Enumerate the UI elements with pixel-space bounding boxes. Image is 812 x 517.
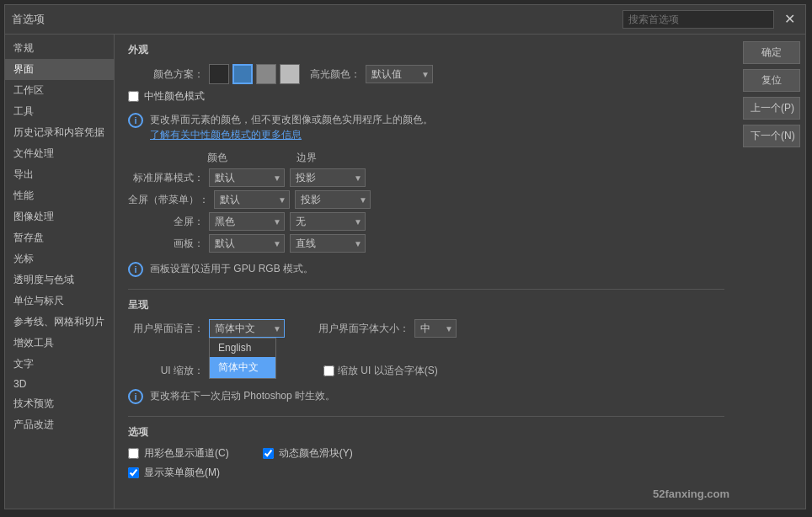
dynamic-slider-label: 动态颜色滑块(Y) — [279, 446, 353, 461]
watermark: 52fanxing.com — [653, 488, 729, 500]
dynamic-slider-checkbox[interactable] — [263, 448, 274, 459]
ui-lang-label: 用户界面语言： — [128, 322, 204, 336]
neutral-info-content: 更改界面元素的颜色，但不更改图像或颜色实用程序上的颜色。 了解有关中性颜色模式的… — [150, 112, 433, 142]
standard-screen-row: 标准屏幕模式： 默认 ▼ 投影 ▼ — [128, 168, 724, 187]
sidebar-item[interactable]: 光标 — [5, 248, 114, 269]
color-channels-label: 用彩色显示通道(C) — [144, 446, 229, 461]
presentation-header: 呈现 — [128, 298, 724, 312]
show-menu-checkbox[interactable] — [128, 467, 139, 478]
highlight-color-select-wrap: 默认值 ▼ — [366, 65, 433, 83]
fullscreen-border-select[interactable]: 无 — [290, 212, 366, 231]
ui-scale-label: UI 缩放： — [128, 364, 204, 378]
fullscreen-label: 全屏： — [128, 215, 204, 229]
sidebar-item[interactable]: 产品改进 — [5, 414, 114, 435]
neutral-color-row: 中性颜色模式 — [128, 89, 724, 104]
sidebar-item[interactable]: 增效工具 — [5, 333, 114, 354]
dynamic-slider-row: 动态颜色滑块(Y) — [263, 446, 353, 461]
fullscreen-menu-row: 全屏（带菜单）： 默认 ▼ 投影 ▼ — [128, 190, 724, 209]
next-button[interactable]: 下一个(N) — [743, 125, 800, 147]
sidebar-item[interactable]: 单位与标尺 — [5, 290, 114, 312]
highlight-color-select[interactable]: 默认值 — [366, 65, 433, 83]
prev-button[interactable]: 上一个(P) — [743, 97, 800, 120]
fullscreen-menu-selects: 默认 ▼ 投影 ▼ — [214, 190, 371, 209]
sidebar-item[interactable]: 暂存盘 — [5, 227, 114, 248]
swatch-lightgray[interactable] — [280, 64, 300, 84]
change-note-icon: i — [128, 389, 143, 404]
highlight-color-label: 高光颜色： — [310, 67, 361, 82]
ui-font-select[interactable]: 中 — [414, 319, 457, 338]
standard-screen-selects: 默认 ▼ 投影 ▼ — [209, 168, 366, 187]
options-divider — [128, 416, 724, 417]
dropdown-item-english[interactable]: English — [210, 338, 275, 357]
close-button[interactable]: ✕ — [781, 13, 799, 26]
color-channels-row: 用彩色显示通道(C) — [128, 446, 229, 461]
sidebar-item[interactable]: 界面 — [5, 59, 114, 80]
presentation-section: 呈现 用户界面语言： English 简体中文 ▼ 用户界面字体大小： — [128, 298, 724, 408]
fullscreen-row: 全屏： 黑色 ▼ 无 ▼ — [128, 212, 724, 231]
neutral-info-text: 更改界面元素的颜色，但不更改图像或颜色实用程序上的颜色。 — [150, 114, 433, 125]
standard-screen-color-select[interactable]: 默认 — [209, 168, 285, 187]
sidebar-item[interactable]: 历史记录和内容凭据 — [5, 122, 114, 143]
appearance-header: 外观 — [128, 43, 724, 57]
reset-button[interactable]: 复位 — [743, 69, 800, 92]
sidebar-item[interactable]: 透明度与色域 — [5, 269, 114, 290]
options-header: 选项 — [128, 425, 724, 440]
standard-screen-border-select[interactable]: 投影 — [290, 168, 366, 187]
sidebar-item[interactable]: 文件处理 — [5, 143, 114, 164]
swatch-gray[interactable] — [256, 64, 276, 84]
sidebar-item[interactable]: 工具 — [5, 101, 114, 122]
sidebar-item[interactable]: 常规 — [5, 38, 114, 59]
sidebar-item[interactable]: 参考线、网格和切片 — [5, 312, 114, 333]
panel-info-text: 画板设置仅适用于 GPU RGB 模式。 — [150, 261, 313, 276]
search-input[interactable] — [622, 10, 774, 29]
border-col-header: 边界 — [296, 151, 364, 165]
scale-font-checkbox[interactable] — [323, 365, 334, 376]
color-channels-checkbox[interactable] — [128, 448, 139, 459]
show-menu-label: 显示菜单颜色(M) — [144, 466, 220, 480]
sidebar-item[interactable]: 技术预览 — [5, 393, 114, 414]
ui-lang-select[interactable]: English 简体中文 — [209, 319, 285, 338]
ui-font-label: 用户界面字体大小： — [318, 322, 409, 336]
neutral-color-checkbox[interactable] — [128, 91, 139, 102]
title-bar: 首选项 ✕ — [5, 5, 805, 35]
section-divider — [128, 289, 724, 290]
change-note-text: 更改将在下一次启动 Photoshop 时生效。 — [150, 388, 335, 403]
color-swatches — [209, 64, 300, 84]
fullscreen-color-select[interactable]: 黑色 — [209, 212, 285, 231]
main-content: 外观 颜色方案： 高光颜色： 默认值 ▼ — [115, 35, 738, 509]
neutral-info-box: i 更改界面元素的颜色，但不更改图像或颜色实用程序上的颜色。 了解有关中性颜色模… — [128, 109, 724, 146]
panel-border-select[interactable]: 直线 — [290, 234, 366, 253]
lang-dropdown-popup: English 简体中文 — [209, 338, 276, 379]
options-rows: 用彩色显示通道(C) 动态颜色滑块(Y) — [128, 446, 724, 466]
fullscreen-selects: 黑色 ▼ 无 ▼ — [209, 212, 366, 231]
sidebar-item[interactable]: 图像处理 — [5, 206, 114, 227]
confirm-button[interactable]: 确定 — [743, 41, 800, 64]
panel-selects: 默认 ▼ 直线 ▼ — [209, 234, 366, 253]
ui-lang-row: 用户界面语言： English 简体中文 ▼ 用户界面字体大小： 中 — [128, 319, 724, 338]
swatch-black[interactable] — [209, 64, 229, 84]
panel-info-box: i 画板设置仅适用于 GPU RGB 模式。 — [128, 258, 724, 280]
sidebar-item[interactable]: 3D — [5, 375, 114, 393]
fullscreen-menu-color-select[interactable]: 默认 — [214, 190, 290, 209]
sidebar-item[interactable]: 工作区 — [5, 80, 114, 101]
panel-color-select[interactable]: 默认 — [209, 234, 285, 253]
fullscreen-menu-label: 全屏（带菜单）： — [128, 193, 209, 207]
sidebar-item[interactable]: 性能 — [5, 185, 114, 206]
neutral-color-label: 中性颜色模式 — [144, 89, 205, 104]
change-note-box: i 更改将在下一次启动 Photoshop 时生效。 — [128, 385, 724, 408]
ui-font-select-wrap: 中 ▼ — [414, 319, 457, 338]
show-menu-color-row: 显示菜单颜色(M) — [128, 466, 724, 480]
color-col-header: 颜色 — [207, 151, 288, 165]
fullscreen-menu-border-select[interactable]: 投影 — [295, 190, 371, 209]
neutral-info-link[interactable]: 了解有关中性颜色模式的更多信息 — [150, 129, 302, 141]
standard-screen-label: 标准屏幕模式： — [128, 171, 204, 185]
dropdown-item-chinese[interactable]: 简体中文 — [210, 357, 275, 378]
swatch-blue[interactable] — [232, 64, 253, 84]
color-scheme-label: 颜色方案： — [128, 67, 204, 82]
info-icon: i — [128, 113, 143, 128]
sidebar-item[interactable]: 文字 — [5, 354, 114, 375]
preferences-dialog: 首选项 ✕ 常规界面工作区工具历史记录和内容凭据文件处理导出性能图像处理暂存盘光… — [4, 4, 806, 509]
scale-font-label: 缩放 UI 以适合字体(S) — [338, 364, 438, 378]
sidebar-item[interactable]: 导出 — [5, 164, 114, 185]
sidebar: 常规界面工作区工具历史记录和内容凭据文件处理导出性能图像处理暂存盘光标透明度与色… — [5, 35, 115, 509]
